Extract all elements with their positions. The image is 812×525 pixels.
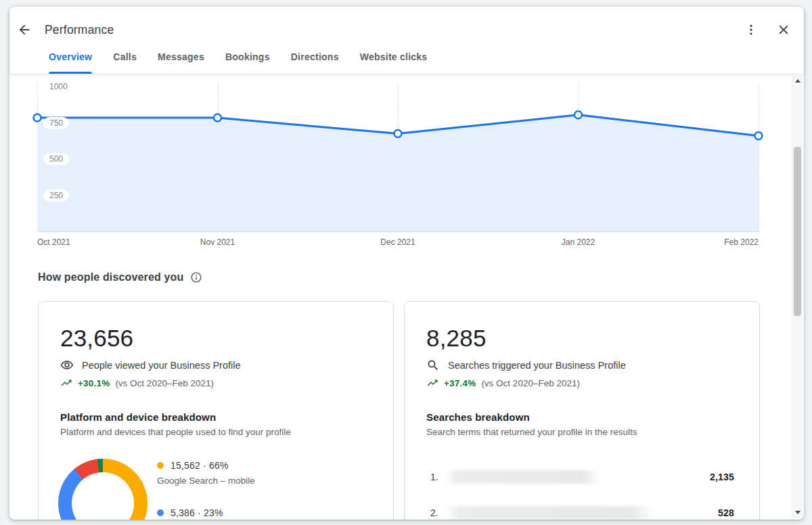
platform-breakdown-title: Platform and device breakdown: [60, 411, 371, 423]
y-tick-label: 250: [43, 189, 69, 202]
x-tick-label: Feb 2022: [724, 237, 759, 247]
x-tick-label: Dec 2021: [380, 237, 415, 247]
trending-up-icon: [426, 377, 438, 389]
search-term-count: 2,135: [710, 472, 734, 482]
card-searches: 8,285 Searches triggered your Business P…: [404, 301, 760, 520]
tab-directions[interactable]: Directions: [291, 45, 339, 74]
legend-value: 15,562 · 66%: [171, 460, 229, 471]
y-tick-label: 750: [43, 117, 69, 129]
info-icon[interactable]: [190, 271, 202, 283]
searches-breakdown-subtitle: Search terms that returned your profile …: [426, 427, 738, 437]
data-point-nov-2021[interactable]: [214, 114, 221, 122]
performance-line-chart: [9, 74, 804, 251]
tab-calls[interactable]: Calls: [113, 45, 137, 74]
views-metric: 23,656: [60, 325, 371, 352]
tab-website-clicks[interactable]: Website clicks: [360, 45, 428, 74]
searches-trend-compare: (vs Oct 2020–Feb 2021): [481, 378, 580, 388]
back-button[interactable]: [16, 22, 32, 38]
views-trend-compare: (vs Oct 2020–Feb 2021): [115, 378, 214, 388]
x-tick-label: Oct 2021: [37, 237, 70, 247]
searches-breakdown-title: Searches breakdown: [426, 411, 738, 423]
searches-trend-pct: +37.4%: [444, 378, 476, 388]
tab-bar: OverviewCallsMessagesBookingsDirectionsW…: [49, 45, 427, 74]
y-tick-label: 500: [43, 153, 69, 165]
scrollbar-thumb[interactable]: [794, 147, 801, 316]
data-point-feb-2022[interactable]: [755, 132, 763, 139]
trending-up-icon: [60, 377, 72, 389]
vertical-scrollbar[interactable]: [792, 74, 803, 518]
y-tick-label: 1000: [43, 81, 74, 93]
legend-value: 5,386 · 23%: [171, 507, 223, 518]
data-point-oct-2021[interactable]: [34, 114, 41, 122]
close-icon: [776, 22, 791, 37]
more-options-button[interactable]: [743, 22, 759, 38]
eye-icon: [60, 359, 74, 372]
legend-item: 15,562 · 66%Google Search – mobile: [157, 459, 255, 488]
performance-chart: 1000750500250 Oct 2021Nov 2021Dec 2021Ja…: [9, 74, 804, 251]
platform-donut-chart: [58, 459, 148, 520]
platform-breakdown-subtitle: Platform and devices that people used to…: [60, 427, 371, 437]
legend-item: 5,386 · 23%: [157, 506, 255, 520]
arrow-left-icon: [17, 22, 32, 37]
legend-dot: [157, 509, 164, 516]
search-icon: [426, 359, 440, 372]
search-terms-list: 1.2,1352.528: [430, 469, 734, 520]
scroll-content: 1000750500250 Oct 2021Nov 2021Dec 2021Ja…: [9, 74, 804, 520]
card-profile-views: 23,656 People viewed your Business Profi…: [38, 301, 394, 520]
x-tick-label: Nov 2021: [200, 237, 235, 247]
kebab-menu-icon: [744, 23, 758, 37]
tab-overview[interactable]: Overview: [49, 45, 92, 74]
views-metric-label: People viewed your Business Profile: [82, 360, 241, 371]
redacted-search-term: [445, 506, 655, 520]
scroll-down-arrow[interactable]: [792, 507, 803, 517]
searches-metric-label: Searches triggered your Business Profile: [448, 360, 626, 371]
performance-dialog: Performance OverviewCallsMessagesBooking…: [9, 7, 804, 520]
dialog-header: Performance OverviewCallsMessagesBooking…: [9, 7, 804, 74]
donut-hole: [72, 472, 134, 520]
search-term-row: 2.528: [430, 505, 734, 520]
views-trend-pct: +30.1%: [78, 378, 110, 388]
legend-sublabel: Google Search – mobile: [157, 476, 255, 488]
data-point-dec-2021[interactable]: [394, 130, 402, 137]
close-button[interactable]: [775, 22, 792, 38]
data-point-jan-2022[interactable]: [574, 111, 582, 118]
section-heading-text: How people discovered you: [38, 271, 183, 283]
tab-bookings[interactable]: Bookings: [225, 45, 270, 74]
search-term-rank: 1.: [430, 472, 445, 482]
search-term-rank: 2.: [430, 507, 445, 518]
x-tick-label: Jan 2022: [562, 237, 595, 247]
search-term-count: 528: [718, 507, 734, 518]
page-title: Performance: [45, 23, 114, 37]
searches-metric: 8,285: [426, 325, 738, 352]
tab-messages[interactable]: Messages: [158, 45, 204, 74]
section-heading-discovery: How people discovered you: [38, 271, 202, 283]
search-term-row: 1.2,135: [430, 469, 734, 485]
legend-dot: [157, 462, 164, 469]
scroll-up-arrow[interactable]: [792, 76, 803, 85]
donut-legend: 15,562 · 66%Google Search – mobile5,386 …: [157, 459, 255, 520]
redacted-search-term: [445, 470, 601, 484]
